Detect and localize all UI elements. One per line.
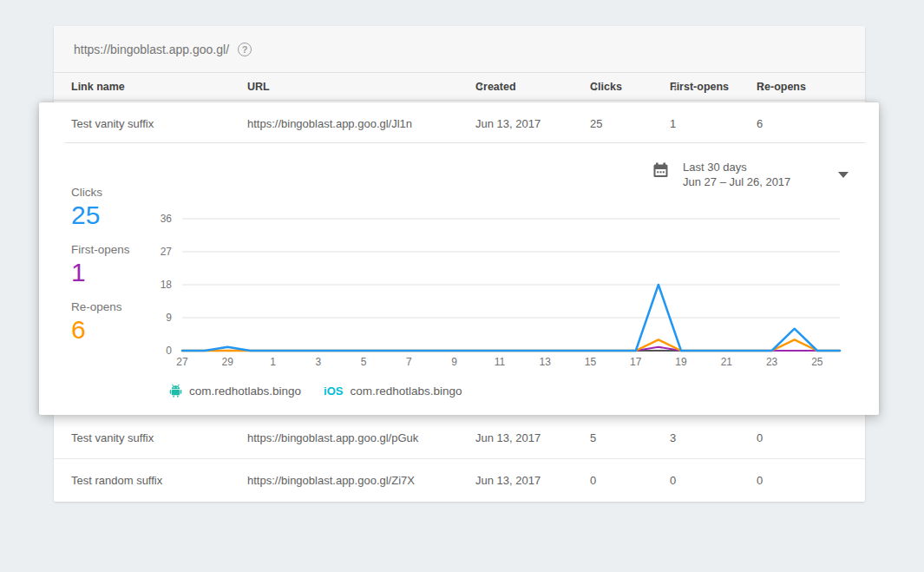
stat-clicks: Clicks 25 bbox=[71, 186, 130, 230]
stats-summary: Clicks 25 First-opens 1 Re-opens 6 bbox=[71, 186, 130, 358]
cell-clicks: 0 bbox=[590, 473, 596, 486]
stat-label: First-opens bbox=[71, 243, 130, 256]
cell-link-name: Test random suffix bbox=[71, 473, 162, 486]
cell-created: Jun 13, 2017 bbox=[475, 116, 541, 129]
stat-value: 6 bbox=[71, 315, 130, 345]
analytics-line-chart: 091827362729135791113151719212325 bbox=[143, 211, 876, 371]
svg-text:25: 25 bbox=[811, 356, 823, 368]
svg-text:11: 11 bbox=[495, 356, 506, 368]
date-range-label: Last 30 days bbox=[683, 160, 790, 174]
android-icon bbox=[169, 384, 182, 398]
legend-item-ios: iOS com.redhotlabs.bingo bbox=[324, 385, 462, 398]
cell-url: https://bingoblast.app.goo.gl/pGuk bbox=[247, 431, 418, 444]
stat-value: 1 bbox=[71, 258, 130, 287]
svg-text:18: 18 bbox=[161, 279, 173, 291]
chart-legend: com.redhotlabs.bingo iOS com.redhotlabs.… bbox=[169, 384, 462, 398]
cell-url: https://bingoblast.app.goo.gl/Jl1n bbox=[247, 116, 412, 129]
svg-text:3: 3 bbox=[315, 356, 321, 368]
help-icon[interactable]: ? bbox=[238, 43, 252, 56]
svg-text:0: 0 bbox=[166, 345, 172, 357]
table-row[interactable]: Test random suffix https://bingoblast.ap… bbox=[54, 458, 865, 500]
date-range-value: Jun 27 – Jul 26, 2017 bbox=[683, 174, 790, 189]
cell-first-opens: 3 bbox=[670, 431, 676, 444]
cell-first-opens: 0 bbox=[670, 473, 676, 486]
sort-down-icon: ↓ bbox=[759, 81, 764, 93]
legend-item-android: com.redhotlabs.bingo bbox=[169, 384, 301, 398]
svg-text:7: 7 bbox=[406, 356, 412, 368]
svg-text:29: 29 bbox=[222, 356, 234, 368]
svg-text:36: 36 bbox=[161, 213, 173, 225]
cell-created: Jun 13, 2017 bbox=[475, 431, 541, 444]
base-url-header: https://bingoblast.app.goo.gl/ ? bbox=[54, 26, 865, 73]
cell-re-opens: 6 bbox=[757, 116, 763, 129]
legend-label: com.redhotlabs.bingo bbox=[351, 385, 462, 398]
svg-text:27: 27 bbox=[161, 246, 173, 258]
svg-text:15: 15 bbox=[585, 356, 597, 368]
cell-clicks: 25 bbox=[590, 116, 602, 129]
cell-first-opens: 1 bbox=[670, 116, 676, 129]
cell-link-name: Test vanity suffix bbox=[71, 116, 154, 129]
cell-link-name: Test vanity suffix bbox=[71, 431, 154, 444]
row-divider bbox=[65, 142, 865, 143]
svg-text:17: 17 bbox=[630, 356, 642, 368]
chart-canvas: 091827362729135791113151719212325 bbox=[143, 211, 876, 371]
expanded-table-row[interactable]: Test vanity suffix https://bingoblast.ap… bbox=[39, 102, 879, 143]
svg-text:13: 13 bbox=[540, 356, 552, 368]
table-header-row: Link name URL Created↑ Clicks↓ First-ope… bbox=[54, 73, 865, 101]
svg-text:21: 21 bbox=[721, 356, 733, 368]
expanded-link-detail-card: Test vanity suffix https://bingoblast.ap… bbox=[39, 102, 879, 415]
cell-url: https://bingoblast.app.goo.gl/Zi7X bbox=[247, 473, 415, 486]
cell-re-opens: 0 bbox=[757, 431, 763, 444]
svg-text:9: 9 bbox=[166, 312, 172, 324]
stat-label: Clicks bbox=[71, 186, 130, 199]
chevron-down-icon[interactable] bbox=[838, 172, 849, 178]
sort-down-icon: ↓ bbox=[672, 81, 678, 93]
ios-icon: iOS bbox=[324, 385, 343, 398]
table-row[interactable]: Test vanity suffix https://bingoblast.ap… bbox=[54, 417, 865, 458]
svg-text:19: 19 bbox=[675, 356, 687, 368]
base-url-text: https://bingoblast.app.goo.gl/ bbox=[74, 43, 229, 56]
svg-text:27: 27 bbox=[176, 356, 188, 368]
svg-text:23: 23 bbox=[766, 356, 778, 368]
stat-label: Re-opens bbox=[71, 300, 130, 313]
svg-text:5: 5 bbox=[361, 356, 367, 368]
stat-re-opens: Re-opens 6 bbox=[71, 300, 130, 345]
date-range-selector[interactable]: Last 30 days Jun 27 – Jul 26, 2017 bbox=[652, 160, 790, 189]
calendar-icon bbox=[652, 162, 669, 179]
cell-re-opens: 0 bbox=[757, 473, 763, 486]
stat-value: 25 bbox=[71, 201, 130, 230]
cell-clicks: 5 bbox=[590, 431, 596, 444]
legend-label: com.redhotlabs.bingo bbox=[189, 385, 301, 398]
stat-first-opens: First-opens 1 bbox=[71, 243, 130, 287]
sort-down-icon: ↓ bbox=[593, 81, 598, 93]
sort-up-icon: ↑ bbox=[478, 81, 483, 93]
svg-text:1: 1 bbox=[270, 356, 276, 368]
cell-created: Jun 13, 2017 bbox=[475, 473, 541, 486]
svg-text:9: 9 bbox=[451, 356, 457, 368]
